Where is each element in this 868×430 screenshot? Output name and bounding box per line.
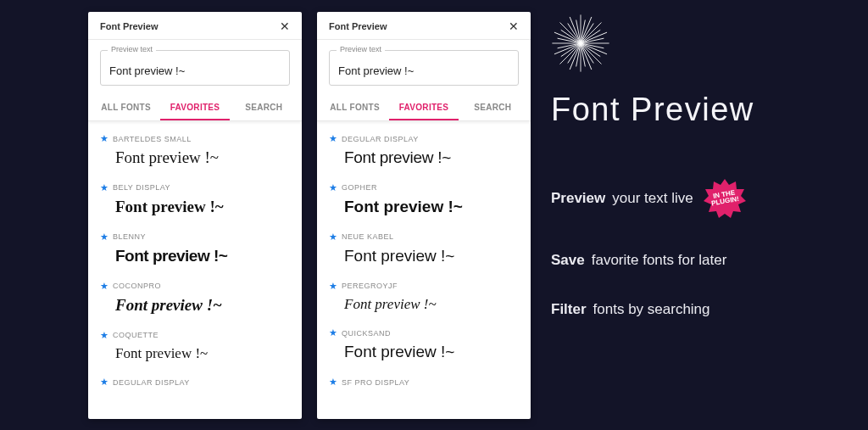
favorite-star-icon[interactable]: ★ [329, 232, 337, 243]
font-name-label: BELY DISPLAY [113, 183, 170, 192]
font-name-label: PEREGROYJF [342, 282, 398, 290]
font-item[interactable]: ★BARTELDES SMALLFont preview !~ [88, 126, 302, 176]
font-name-label: COQUETTE [113, 331, 159, 339]
font-item[interactable]: ★PEREGROYJFFont preview !~ [317, 274, 531, 321]
font-item[interactable]: ★DEGULAR DISPLAY [88, 370, 302, 393]
font-sample-text: Font preview !~ [329, 144, 519, 170]
marketing-section: Font Preview Preview your text liveIN TH… [551, 14, 754, 318]
feature-bold: Filter [551, 301, 587, 318]
favorite-star-icon[interactable]: ★ [100, 281, 108, 292]
font-sample-text: Font preview !~ [329, 243, 519, 269]
favorite-star-icon[interactable]: ★ [329, 327, 337, 338]
font-item[interactable]: ★GOPHERFont preview !~ [317, 176, 531, 225]
panel-header: Font Preview ✕ [88, 12, 302, 40]
font-sample-text: Font preview !~ [329, 292, 519, 316]
feature-line: Save favorite fonts for later [551, 252, 754, 269]
font-sample-text: Font preview !~ [100, 292, 290, 318]
feature-line: Preview your text liveIN THEPLUGIN! [551, 177, 754, 220]
font-item-header: ★DEGULAR DISPLAY [100, 377, 290, 388]
favorite-star-icon[interactable]: ★ [329, 377, 337, 388]
feature-line: Filter fonts by searching [551, 301, 754, 318]
tab-search[interactable]: SEARCH [459, 94, 527, 120]
font-sample-text: Font preview !~ [100, 144, 290, 170]
favorite-star-icon[interactable]: ★ [100, 330, 108, 341]
tab-favorites[interactable]: FAVORITES [389, 94, 458, 120]
favorite-star-icon[interactable]: ★ [100, 232, 108, 243]
close-icon[interactable]: ✕ [509, 20, 519, 32]
panel-header: Font Preview ✕ [317, 12, 531, 40]
font-name-label: DEGULAR DISPLAY [113, 378, 190, 387]
feature-list: Preview your text liveIN THEPLUGIN!Save … [551, 177, 754, 318]
favorite-star-icon[interactable]: ★ [100, 182, 108, 193]
font-item[interactable]: ★SF PRO DISPLAY [317, 370, 531, 393]
font-item-header: ★DEGULAR DISPLAY [329, 133, 519, 144]
font-sample-text: Font preview !~ [329, 193, 519, 220]
feature-text: your text live [612, 190, 693, 207]
preview-text-input[interactable] [338, 64, 509, 77]
favorite-star-icon[interactable]: ★ [329, 281, 337, 292]
font-item-header: ★SF PRO DISPLAY [329, 377, 519, 388]
font-sample-text: Font preview !~ [100, 243, 290, 269]
panel-title: Font Preview [329, 21, 387, 31]
feature-bold: Preview [551, 190, 605, 207]
font-item-header: ★BARTELDES SMALL [100, 133, 290, 144]
font-sample-text: Font preview !~ [100, 193, 290, 220]
marketing-headline: Font Preview [551, 92, 754, 128]
preview-text-field[interactable]: Preview text [100, 50, 290, 86]
tab-all-fonts[interactable]: ALL FONTS [320, 94, 389, 120]
preview-text-wrap: Preview text [88, 40, 302, 94]
preview-text-label: Preview text [337, 45, 385, 53]
font-item[interactable]: ★QUICKSANDFont preview !~ [317, 321, 531, 370]
font-name-label: QUICKSAND [342, 329, 391, 338]
font-name-label: BLENNY [113, 232, 146, 241]
tab-search[interactable]: SEARCH [230, 94, 298, 120]
preview-text-label: Preview text [108, 45, 156, 53]
font-list[interactable]: ★DEGULAR DISPLAYFont preview !~★GOPHERFo… [317, 121, 531, 419]
feature-text: fonts by searching [593, 301, 710, 318]
font-name-label: COCONPRO [113, 282, 161, 290]
starburst-icon [551, 14, 610, 73]
font-item[interactable]: ★DEGULAR DISPLAYFont preview !~ [317, 126, 531, 176]
font-item-header: ★GOPHER [329, 182, 519, 193]
font-item[interactable]: ★BLENNYFont preview !~ [88, 225, 302, 274]
font-item-header: ★BELY DISPLAY [100, 182, 290, 193]
feature-text: favorite fonts for later [592, 252, 727, 269]
tab-all-fonts[interactable]: ALL FONTS [92, 94, 160, 120]
feature-bold: Save [551, 252, 585, 269]
font-sample-text: Font preview !~ [100, 341, 290, 366]
font-item-header: ★COQUETTE [100, 330, 290, 341]
font-name-label: NEUE KABEL [342, 232, 394, 241]
font-preview-panel-right: Font Preview ✕ Preview text ALL FONTS FA… [317, 12, 531, 419]
font-sample-text: Font preview !~ [329, 338, 519, 365]
font-item-header: ★NEUE KABEL [329, 232, 519, 243]
close-icon[interactable]: ✕ [280, 20, 290, 32]
font-item-header: ★COCONPRO [100, 281, 290, 292]
font-name-label: BARTELDES SMALL [113, 135, 192, 143]
font-name-label: SF PRO DISPLAY [342, 378, 409, 387]
favorite-star-icon[interactable]: ★ [100, 377, 108, 388]
font-list[interactable]: ★BARTELDES SMALLFont preview !~★BELY DIS… [88, 121, 302, 419]
favorite-star-icon[interactable]: ★ [329, 182, 337, 193]
preview-text-input[interactable] [109, 64, 281, 77]
tabs: ALL FONTS FAVORITES SEARCH [88, 94, 302, 121]
font-item[interactable]: ★BELY DISPLAYFont preview !~ [88, 176, 302, 225]
font-item-header: ★BLENNY [100, 232, 290, 243]
font-name-label: GOPHER [342, 183, 377, 192]
tabs: ALL FONTS FAVORITES SEARCH [317, 94, 531, 121]
preview-text-wrap: Preview text [317, 40, 531, 94]
panel-title: Font Preview [100, 21, 158, 31]
font-item[interactable]: ★COCONPROFont preview !~ [88, 274, 302, 323]
favorite-star-icon[interactable]: ★ [329, 133, 337, 144]
plugin-badge-icon: IN THEPLUGIN! [704, 177, 746, 220]
font-preview-panel-left: Font Preview ✕ Preview text ALL FONTS FA… [88, 12, 302, 419]
favorite-star-icon[interactable]: ★ [100, 133, 108, 144]
preview-text-field[interactable]: Preview text [329, 50, 519, 86]
tab-favorites[interactable]: FAVORITES [160, 94, 229, 120]
font-name-label: DEGULAR DISPLAY [342, 135, 419, 143]
font-item-header: ★PEREGROYJF [329, 281, 519, 292]
font-item[interactable]: ★NEUE KABELFont preview !~ [317, 225, 531, 274]
font-item[interactable]: ★COQUETTEFont preview !~ [88, 323, 302, 371]
font-item-header: ★QUICKSAND [329, 327, 519, 338]
